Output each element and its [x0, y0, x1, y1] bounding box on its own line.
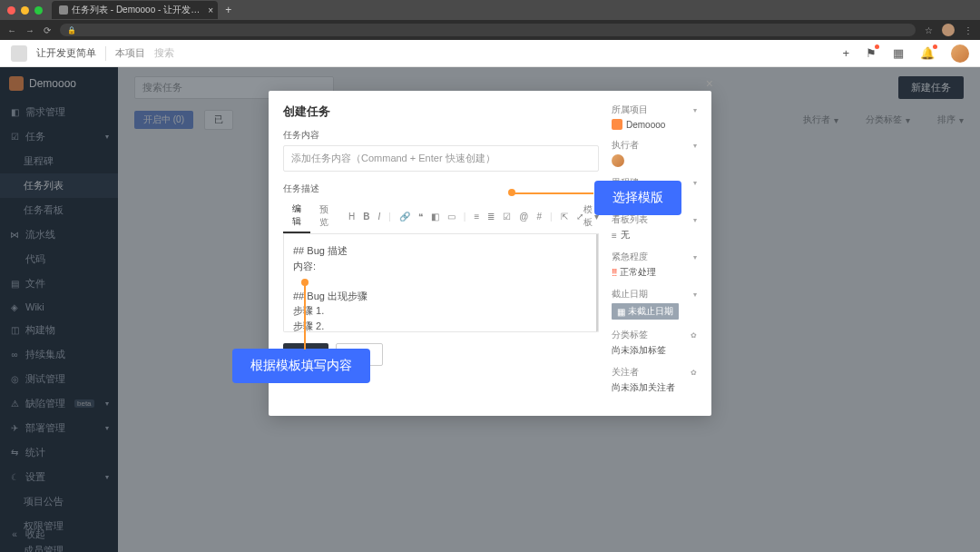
- olist-icon[interactable]: ≣: [487, 212, 495, 222]
- bell-icon[interactable]: 🔔: [920, 46, 935, 60]
- callout-connector: [304, 282, 306, 350]
- chevron-down-icon[interactable]: ▾: [693, 179, 697, 187]
- expand-icon[interactable]: ⤢: [576, 212, 583, 222]
- heading-icon[interactable]: H: [348, 212, 355, 222]
- image-icon[interactable]: ▭: [447, 212, 456, 222]
- browser-tab[interactable]: 任务列表 - Demoooo - 让开发… ×: [52, 1, 218, 19]
- app-logo-icon[interactable]: [11, 45, 27, 62]
- app-brand: 让开发更简单: [36, 46, 96, 60]
- callout-select-template: 选择模版: [594, 181, 681, 215]
- label-board: 看板列表: [612, 213, 648, 226]
- label-deadline: 截止日期: [612, 288, 648, 301]
- priority-icon: !!!: [612, 268, 616, 278]
- modal-title: 创建任务: [283, 104, 599, 120]
- hash-icon[interactable]: #: [536, 212, 542, 222]
- chevron-down-icon[interactable]: ▾: [693, 106, 697, 114]
- mention-icon[interactable]: @: [519, 212, 528, 222]
- value-priority[interactable]: !!! 正常处理: [612, 266, 697, 279]
- value-followers[interactable]: 尚未添加关注者: [612, 381, 697, 394]
- label-tags: 分类标签: [612, 329, 648, 341]
- label-followers: 关注者: [612, 366, 639, 379]
- callout-dot: [508, 189, 515, 196]
- value-board[interactable]: ≡ 无: [612, 229, 697, 242]
- value-deadline[interactable]: ▦未截止日期: [612, 303, 697, 320]
- task-content-label: 任务内容: [283, 129, 599, 142]
- task-title-input[interactable]: 添加任务内容（Command + Enter 快速创建）: [283, 145, 599, 172]
- separator: |: [464, 212, 466, 222]
- gear-icon[interactable]: ✿: [691, 331, 697, 340]
- checklist-icon[interactable]: ☑: [503, 212, 511, 222]
- project-color-icon: [612, 119, 622, 130]
- topbar-search[interactable]: 搜索: [154, 46, 174, 60]
- callout-fill-template: 根据模板填写内容: [232, 349, 370, 383]
- topbar: 让开发更简单 本项目 搜索 + ⚑ ▦ 🔔: [0, 40, 980, 67]
- flag-icon[interactable]: ⚑: [866, 46, 877, 60]
- tab-close-icon[interactable]: ×: [208, 5, 213, 15]
- value-tags[interactable]: 尚未添加标签: [612, 344, 697, 357]
- window-close[interactable]: [7, 6, 15, 15]
- editor-tab-edit[interactable]: 编辑: [283, 199, 310, 233]
- nav-forward-icon[interactable]: →: [25, 25, 34, 35]
- profile-avatar-icon[interactable]: [942, 24, 955, 36]
- add-follower-icon[interactable]: ✿: [691, 369, 697, 377]
- grid-icon[interactable]: ▦: [893, 46, 904, 60]
- link-icon[interactable]: 🔗: [399, 212, 410, 222]
- nav-back-icon[interactable]: ←: [7, 25, 16, 35]
- window-max[interactable]: [34, 6, 43, 15]
- assignee-avatar-icon: [612, 154, 624, 167]
- bold-icon[interactable]: B: [363, 212, 369, 222]
- nav-reload-icon[interactable]: ⟳: [44, 25, 51, 35]
- ulist-icon[interactable]: ≡: [474, 212, 479, 222]
- url-bar[interactable]: 🔒: [60, 24, 916, 36]
- value-project[interactable]: Demoooo: [612, 119, 697, 130]
- label-assignee: 执行者: [612, 139, 639, 152]
- separator: |: [388, 212, 391, 222]
- user-avatar-icon[interactable]: [951, 44, 969, 63]
- project-scope-label[interactable]: 本项目: [115, 46, 145, 60]
- chevron-down-icon[interactable]: ▾: [693, 291, 697, 299]
- divider: [105, 46, 106, 61]
- description-editor[interactable]: ## Bug 描述内容: ## Bug 出现步骤步骤 1.步骤 2.步骤 3.: [283, 234, 599, 332]
- value-assignee[interactable]: [612, 154, 697, 167]
- calendar-icon: ▦: [617, 307, 625, 317]
- quote-icon[interactable]: ❝: [418, 212, 423, 222]
- lock-icon: 🔒: [67, 26, 76, 34]
- tab-add-icon[interactable]: +: [225, 4, 231, 16]
- bookmark-icon[interactable]: ☆: [925, 25, 933, 35]
- attach-icon[interactable]: ⇱: [561, 212, 568, 222]
- callout-dot: [301, 279, 309, 286]
- callout-connector: [512, 192, 593, 194]
- tab-title: 任务列表 - Demoooo - 让开发…: [72, 4, 200, 16]
- window-min[interactable]: [21, 6, 29, 15]
- modal-close-icon[interactable]: ×: [706, 76, 713, 91]
- separator: |: [550, 212, 553, 222]
- editor-tab-preview[interactable]: 预览: [310, 200, 338, 232]
- favicon-icon: [59, 5, 68, 15]
- code-icon[interactable]: ◧: [431, 212, 439, 222]
- chevron-down-icon[interactable]: ▾: [693, 216, 697, 224]
- italic-icon[interactable]: I: [377, 212, 380, 222]
- label-priority: 紧急程度: [612, 251, 648, 263]
- browser-menu-icon[interactable]: ⋮: [964, 25, 973, 35]
- chevron-down-icon[interactable]: ▾: [693, 253, 697, 261]
- label-project: 所属项目: [612, 104, 648, 116]
- add-icon[interactable]: +: [842, 46, 849, 60]
- chevron-down-icon[interactable]: ▾: [693, 142, 697, 150]
